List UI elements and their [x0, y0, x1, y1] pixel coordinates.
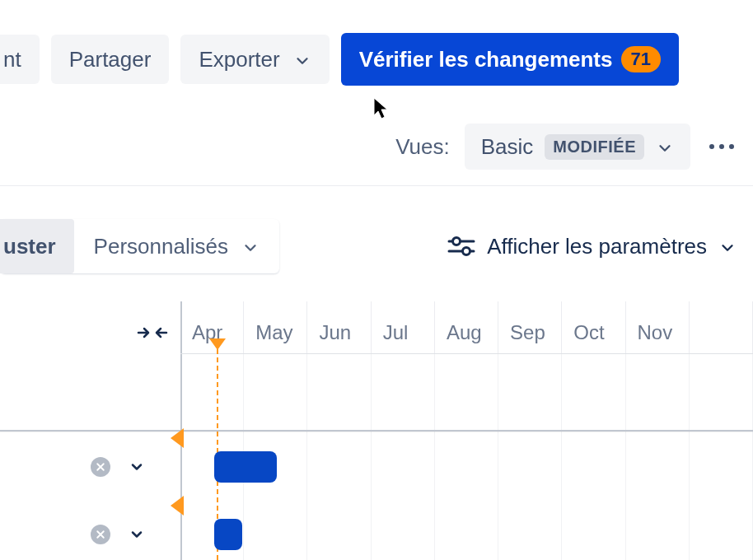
- show-parameters-button[interactable]: Afficher les paramètres: [447, 234, 737, 259]
- verify-changes-label: Vérifier les changements: [359, 47, 613, 72]
- expand-row-button[interactable]: [129, 459, 145, 475]
- filter-personalized-label: Personnalisés: [94, 234, 228, 259]
- filter-uster-label: uster: [3, 234, 56, 259]
- chevron-down-icon: [241, 237, 260, 255]
- month-header: Oct: [562, 301, 625, 353]
- truncated-button[interactable]: nt: [0, 35, 40, 84]
- truncated-button-label: nt: [3, 47, 21, 72]
- filter-bar: uster Personnalisés Afficher les paramèt…: [0, 217, 737, 275]
- view-selected-name: Basic: [481, 134, 534, 160]
- filter-personalized[interactable]: Personnalisés: [74, 219, 279, 273]
- month-header: Aug: [435, 301, 498, 353]
- views-label: Vues:: [395, 134, 450, 160]
- filter-chip-group: uster Personnalisés: [0, 219, 279, 273]
- expand-row-button[interactable]: [129, 526, 145, 543]
- changes-count-badge: 71: [621, 46, 661, 73]
- svg-point-3: [463, 248, 470, 255]
- view-modified-pill: MODIFIÉE: [545, 134, 644, 160]
- collapse-columns-button[interactable]: [136, 323, 169, 343]
- cursor-icon: [372, 97, 391, 120]
- more-menu-button[interactable]: [705, 130, 738, 163]
- timeline-row: [0, 433, 753, 501]
- remove-row-button[interactable]: [91, 525, 110, 544]
- views-bar: Vues: Basic MODIFIÉE: [395, 124, 738, 170]
- view-selector[interactable]: Basic MODIFIÉE: [465, 124, 690, 170]
- share-button-label: Partager: [69, 47, 152, 72]
- timeline: AprMayJunJulAugSepOctNov: [0, 301, 753, 560]
- show-parameters-label: Afficher les paramètres: [487, 234, 707, 259]
- month-header: Jul: [372, 301, 435, 353]
- month-header: [690, 301, 753, 353]
- row-marker-icon: [171, 496, 184, 516]
- timeline-bar[interactable]: [214, 519, 242, 550]
- row-controls: [91, 457, 145, 477]
- export-button[interactable]: Exporter: [180, 35, 329, 84]
- share-button[interactable]: Partager: [51, 35, 170, 84]
- timeline-row: [0, 501, 753, 560]
- toolbar-top: nt Partager Exporter Vérifier les change…: [0, 33, 753, 86]
- month-header: May: [244, 301, 307, 353]
- timeline-bar[interactable]: [214, 451, 277, 483]
- timeline-track-divider: [0, 430, 753, 432]
- verify-changes-button[interactable]: Vérifier les changements 71: [341, 33, 679, 86]
- month-header: Sep: [498, 301, 562, 353]
- today-marker-icon: [209, 338, 226, 350]
- svg-point-1: [453, 238, 461, 245]
- chevron-down-icon: [293, 50, 311, 68]
- month-header: Nov: [626, 301, 690, 353]
- sliders-icon: [447, 235, 475, 258]
- divider: [0, 185, 753, 186]
- chevron-down-icon: [656, 138, 674, 156]
- filter-uster[interactable]: uster: [0, 219, 74, 273]
- row-marker-icon: [171, 428, 184, 448]
- month-header: Jun: [307, 301, 371, 353]
- row-controls: [91, 525, 145, 544]
- export-button-label: Exporter: [199, 47, 279, 72]
- timeline-header: AprMayJunJulAugSepOctNov: [180, 301, 753, 354]
- chevron-down-icon: [718, 237, 737, 255]
- remove-row-button[interactable]: [91, 457, 110, 477]
